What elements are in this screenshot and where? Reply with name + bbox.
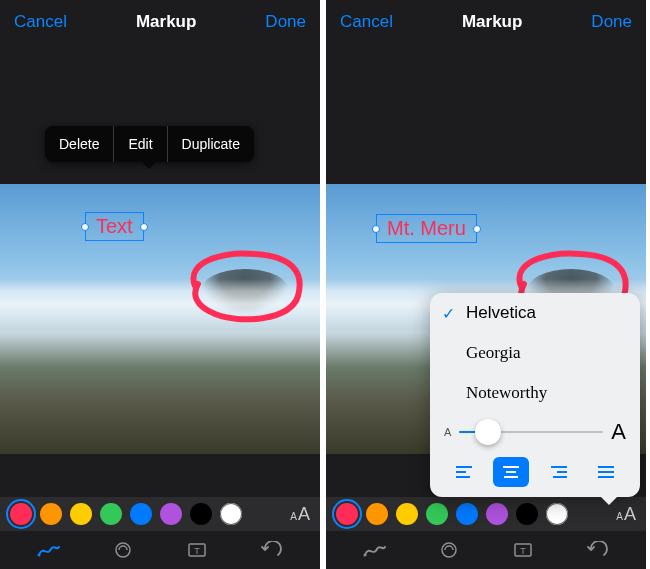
text-tool-icon[interactable]: T: [508, 535, 538, 565]
done-button[interactable]: Done: [265, 12, 306, 32]
color-swatch[interactable]: [516, 503, 538, 525]
text-style-button[interactable]: A A: [290, 504, 310, 525]
resize-handle-right[interactable]: [473, 225, 481, 233]
color-palette: A A: [326, 497, 646, 531]
font-option-helvetica[interactable]: ✓ Helvetica: [430, 293, 640, 333]
color-swatch[interactable]: [220, 503, 242, 525]
svg-text:T: T: [194, 546, 200, 556]
tool-row: T: [326, 531, 646, 569]
a-small-icon: A: [290, 511, 297, 522]
tool-row: T: [0, 531, 320, 569]
text-tool-icon[interactable]: T: [182, 535, 212, 565]
check-icon: ✓: [442, 304, 455, 323]
text-style-button[interactable]: A A: [616, 504, 636, 525]
undo-icon[interactable]: [582, 535, 612, 565]
color-swatch[interactable]: [160, 503, 182, 525]
text-annotation-value: Text: [96, 215, 133, 237]
page-title: Markup: [136, 12, 196, 32]
resize-handle-left[interactable]: [81, 223, 89, 231]
align-left-button[interactable]: [446, 457, 482, 487]
svg-point-17: [442, 543, 456, 557]
screen-left: Cancel Markup Done Delete Edit Duplicate…: [0, 0, 320, 569]
cancel-button[interactable]: Cancel: [14, 12, 67, 32]
svg-point-16: [364, 554, 367, 557]
color-swatch[interactable]: [336, 503, 358, 525]
svg-point-1: [116, 543, 130, 557]
loupe-tool-icon[interactable]: [434, 535, 464, 565]
color-swatch[interactable]: [70, 503, 92, 525]
text-annotation[interactable]: Text: [85, 212, 144, 241]
align-center-button[interactable]: [493, 457, 529, 487]
callout-duplicate[interactable]: Duplicate: [168, 126, 254, 162]
cancel-button[interactable]: Cancel: [340, 12, 393, 32]
text-annotation[interactable]: Mt. Meru: [376, 214, 477, 243]
align-right-button[interactable]: [541, 457, 577, 487]
font-option-noteworthy[interactable]: Noteworthy: [430, 373, 640, 413]
color-swatch[interactable]: [40, 503, 62, 525]
font-label: Helvetica: [466, 303, 536, 323]
a-large-icon: A: [611, 419, 626, 445]
photo: Text: [0, 184, 320, 454]
selection-callout: Delete Edit Duplicate: [45, 126, 254, 162]
font-option-georgia[interactable]: Georgia: [430, 333, 640, 373]
navbar: Cancel Markup Done: [326, 0, 646, 44]
font-size-slider-row: A A: [430, 413, 640, 451]
color-swatch[interactable]: [426, 503, 448, 525]
align-justify-button[interactable]: [588, 457, 624, 487]
clouds: [0, 279, 320, 329]
page-title: Markup: [462, 12, 522, 32]
font-label: Noteworthy: [466, 383, 547, 403]
color-swatch[interactable]: [546, 503, 568, 525]
resize-handle-left[interactable]: [372, 225, 380, 233]
pen-tool-icon[interactable]: [34, 535, 64, 565]
font-label: Georgia: [466, 343, 520, 363]
a-small-icon: A: [616, 511, 623, 522]
color-swatch[interactable]: [366, 503, 388, 525]
photo-canvas[interactable]: Text: [0, 44, 320, 499]
resize-handle-right[interactable]: [140, 223, 148, 231]
color-swatch[interactable]: [396, 503, 418, 525]
loupe-tool-icon[interactable]: [108, 535, 138, 565]
color-swatch[interactable]: [100, 503, 122, 525]
screen-right: Cancel Markup Done Mt. Meru ✓ Helvetica …: [326, 0, 646, 569]
a-small-icon: A: [444, 426, 451, 438]
font-size-slider[interactable]: [459, 431, 603, 433]
done-button[interactable]: Done: [591, 12, 632, 32]
color-swatch[interactable]: [456, 503, 478, 525]
color-swatch[interactable]: [190, 503, 212, 525]
text-annotation-value: Mt. Meru: [387, 217, 466, 239]
text-style-popover: ✓ Helvetica Georgia Noteworthy A A: [430, 293, 640, 497]
alignment-row: [430, 451, 640, 491]
a-large-icon: A: [298, 504, 310, 525]
color-swatch[interactable]: [130, 503, 152, 525]
slider-thumb[interactable]: [475, 419, 501, 445]
svg-point-0: [38, 554, 41, 557]
navbar: Cancel Markup Done: [0, 0, 320, 44]
undo-icon[interactable]: [256, 535, 286, 565]
color-swatch[interactable]: [10, 503, 32, 525]
a-large-icon: A: [624, 504, 636, 525]
color-swatch[interactable]: [486, 503, 508, 525]
callout-delete[interactable]: Delete: [45, 126, 114, 162]
svg-text:T: T: [520, 546, 526, 556]
color-palette: A A: [0, 497, 320, 531]
callout-edit[interactable]: Edit: [114, 126, 167, 162]
pen-tool-icon[interactable]: [360, 535, 390, 565]
